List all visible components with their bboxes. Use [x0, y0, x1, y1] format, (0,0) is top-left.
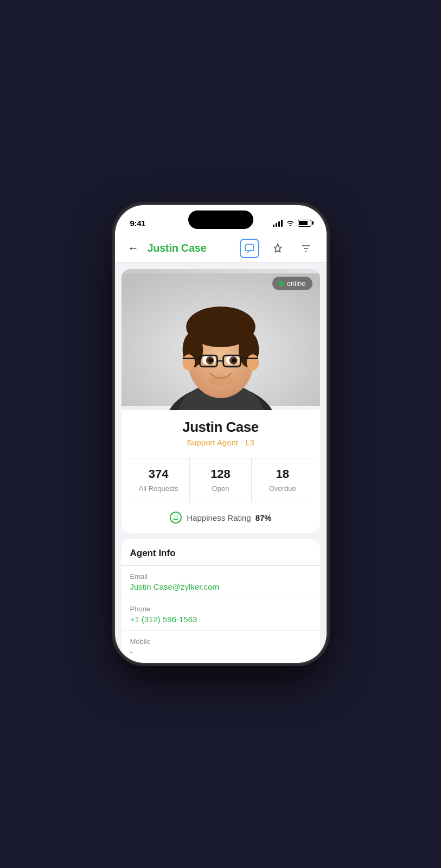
phone-label: Phone [130, 605, 311, 613]
profile-info: Justin Case Support Agent - L3 [122, 410, 320, 458]
profile-name: Justin Case [130, 419, 311, 436]
svg-rect-0 [245, 244, 253, 251]
phone-value[interactable]: +1 (312) 596-1563 [130, 615, 311, 624]
nav-title: Justin Case [148, 242, 233, 254]
profile-card: online Justin Case Support Agent - L3 37… [122, 269, 320, 533]
mobile-value: - [130, 647, 311, 656]
wifi-icon [286, 220, 295, 226]
svg-point-19 [208, 359, 213, 363]
stat-overdue-label: Overdue [269, 484, 296, 493]
mobile-label: Mobile [130, 637, 311, 646]
stat-open-label: Open [212, 484, 229, 493]
email-label: Email [130, 572, 311, 580]
happiness-row: Happiness Rating 87% [128, 502, 314, 533]
stats-row: 374 All Requests 128 Open 18 Overdue [128, 458, 314, 502]
svg-point-14 [246, 354, 259, 371]
online-dot [279, 281, 284, 286]
svg-point-12 [188, 309, 253, 340]
email-value[interactable]: Justin Case@zylker.com [130, 582, 311, 591]
svg-point-13 [182, 354, 195, 371]
battery-icon [298, 220, 311, 227]
phone-row: Phone +1 (312) 596-1563 [122, 598, 320, 631]
nav-bar: ← Justin Case [115, 234, 327, 263]
content-scroll[interactable]: online Justin Case Support Agent - L3 37… [115, 263, 327, 663]
happiness-percent: 87% [255, 513, 272, 522]
online-badge: online [272, 277, 312, 290]
profile-photo [122, 269, 320, 410]
email-row: Email Justin Case@zylker.com [122, 566, 320, 598]
svg-point-20 [232, 359, 236, 363]
stat-all-requests[interactable]: 374 All Requests [128, 458, 190, 502]
stat-all-requests-value: 374 [132, 467, 185, 481]
stat-open[interactable]: 128 Open [190, 458, 252, 502]
phone-shell: 9:41 ← Justin Case [115, 205, 327, 663]
mobile-row: Mobile - [122, 631, 320, 663]
profile-role: Support Agent - L3 [130, 438, 311, 447]
happiness-label: Happiness Rating [187, 513, 251, 522]
stat-open-value: 128 [194, 467, 247, 481]
online-status-label: online [287, 279, 306, 288]
chat-action-button[interactable] [240, 239, 259, 258]
pin-action-button[interactable] [268, 239, 287, 258]
profile-photo-area: online [122, 269, 320, 410]
nav-actions [240, 239, 316, 258]
phone-screen: 9:41 ← Justin Case [115, 205, 327, 663]
status-time: 9:41 [130, 219, 146, 228]
svg-point-26 [208, 375, 233, 386]
agent-info-header: Agent Info [122, 539, 320, 566]
stat-overdue-value: 18 [256, 467, 309, 481]
signal-icon [273, 219, 283, 227]
status-icons [273, 219, 311, 227]
stat-all-requests-label: All Requests [139, 484, 178, 493]
svg-point-27 [170, 512, 181, 523]
stat-overdue[interactable]: 18 Overdue [252, 458, 313, 502]
dynamic-island [188, 210, 253, 229]
back-button[interactable]: ← [126, 240, 141, 257]
agent-info-card: Agent Info Email Justin Case@zylker.com … [122, 539, 320, 663]
filter-action-button[interactable] [296, 239, 316, 258]
smiley-icon [169, 511, 182, 524]
status-bar: 9:41 [115, 205, 327, 234]
